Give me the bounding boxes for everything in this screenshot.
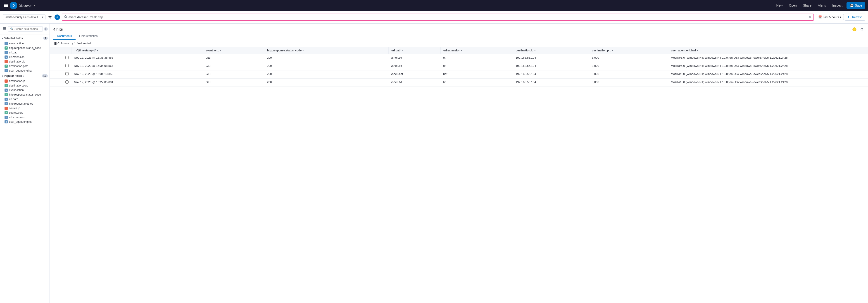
expand-row-button[interactable]: ▶ bbox=[53, 64, 56, 68]
data-table: ↓ @timestamp ⓘ ▾ event.ac... ▾ bbox=[50, 47, 868, 87]
sort-down-icon: ↓ bbox=[74, 49, 75, 52]
row-checkbox[interactable] bbox=[65, 72, 68, 75]
columns-button[interactable]: Columns bbox=[53, 42, 69, 45]
svg-rect-2 bbox=[4, 6, 8, 7]
table-row: ▶ ✏ Nov 12, 2023 @ 16:34:13.359 GET 200 … bbox=[50, 71, 868, 79]
table-row: ▶ ✏ Nov 12, 2023 @ 16:35:08.567 GET 200 … bbox=[50, 62, 868, 71]
content-header: 4 hits 🙂 ⚙ bbox=[50, 24, 868, 32]
list-item[interactable]: i source.ip bbox=[0, 106, 50, 111]
svg-rect-8 bbox=[54, 42, 55, 45]
row-checkbox-cell[interactable] bbox=[63, 79, 71, 87]
chevron-down-icon: ▾ bbox=[2, 37, 3, 39]
sort-info[interactable]: ↑ 1 field sorted bbox=[72, 42, 91, 45]
search-clear-button[interactable]: ✕ bbox=[809, 15, 812, 19]
row-checkbox-cell[interactable] bbox=[63, 62, 71, 71]
popular-fields-section-header[interactable]: ▾ Popular fields ? 10 bbox=[0, 73, 50, 79]
time-picker-button[interactable]: 📅 Last 5 hours ▾ bbox=[816, 14, 844, 20]
chevron-down-icon: ▾ bbox=[2, 75, 3, 77]
app-icon: D bbox=[10, 2, 17, 9]
filter-options-button[interactable] bbox=[47, 15, 53, 20]
list-item[interactable]: # destination.port bbox=[0, 64, 50, 68]
new-button[interactable]: New bbox=[774, 2, 785, 9]
filter-count-badge: 0 bbox=[44, 27, 48, 31]
sidebar-toggle-button[interactable] bbox=[2, 26, 7, 32]
share-button[interactable]: Share bbox=[801, 2, 814, 9]
selected-fields-label: Selected fields bbox=[4, 37, 23, 40]
dest-ip-column-header[interactable]: destination.ip ▾ bbox=[513, 47, 589, 54]
list-item[interactable]: k url.path bbox=[0, 97, 50, 102]
field-name: url.extension bbox=[9, 116, 25, 119]
sidebar-header: 🔍 0 bbox=[0, 24, 50, 34]
row-timestamp: Nov 12, 2023 @ 16:34:13.359 bbox=[71, 71, 203, 79]
list-item[interactable]: k url.extension bbox=[0, 115, 50, 119]
alerts-button[interactable]: Alerts bbox=[815, 2, 828, 9]
row-dest-ip: 192.168.56.104 bbox=[513, 71, 589, 79]
row-status-code: 200 bbox=[264, 79, 389, 87]
user-agent-column-header[interactable]: user_agent.original ▾ bbox=[668, 47, 868, 54]
svg-rect-1 bbox=[4, 5, 8, 6]
list-item[interactable]: # destination.port bbox=[0, 83, 50, 88]
edit-row-button[interactable]: ✏ bbox=[57, 64, 60, 68]
row-checkbox[interactable] bbox=[65, 80, 68, 84]
selected-fields-section-header[interactable]: ▾ Selected fields 7 bbox=[0, 35, 50, 41]
search-input[interactable] bbox=[68, 16, 807, 19]
time-range-value: Last 5 hours bbox=[823, 16, 839, 19]
app-dropdown-button[interactable]: ▾ bbox=[33, 3, 36, 8]
url-extension-column-header[interactable]: url.extension ▾ bbox=[440, 47, 513, 54]
list-item[interactable]: k event.action bbox=[0, 88, 50, 92]
add-filter-button[interactable]: + bbox=[55, 15, 60, 20]
dest-port-column-header[interactable]: destination.p... ▾ bbox=[589, 47, 668, 54]
field-name: destination.ip bbox=[9, 80, 25, 83]
field-search-box: 🔍 bbox=[8, 26, 43, 32]
timestamp-column-header[interactable]: ↓ @timestamp ⓘ ▾ bbox=[71, 47, 203, 54]
status-code-column-header[interactable]: http.response.status_code ▾ bbox=[264, 47, 389, 54]
list-item[interactable]: k user_agent.original bbox=[0, 68, 50, 73]
settings-icon-button[interactable]: ⚙ bbox=[859, 26, 864, 32]
list-item[interactable]: i destination.ip bbox=[0, 79, 50, 83]
edit-row-button[interactable]: ✏ bbox=[57, 72, 60, 77]
list-item[interactable]: k user_agent.original bbox=[0, 119, 50, 124]
list-item[interactable]: # http.response.status_code bbox=[0, 92, 50, 97]
field-search-input[interactable] bbox=[14, 27, 41, 31]
key-icon: k bbox=[4, 55, 8, 59]
expand-row-button[interactable]: ▶ bbox=[53, 72, 56, 77]
open-button[interactable]: Open bbox=[787, 2, 799, 9]
hamburger-menu-button[interactable] bbox=[3, 2, 9, 8]
inspect-button[interactable]: Inspect bbox=[830, 2, 845, 9]
chevron-down-icon: ▾ bbox=[840, 16, 841, 19]
row-event-action: GET bbox=[203, 71, 264, 79]
refresh-button[interactable]: ↻ Refresh bbox=[845, 13, 865, 21]
field-name: http.response.status_code bbox=[9, 93, 41, 96]
popular-fields-badge: 10 bbox=[42, 74, 48, 78]
row-checkbox-cell[interactable] bbox=[63, 54, 71, 62]
list-item[interactable]: k url.extension bbox=[0, 55, 50, 59]
index-pattern-selector[interactable]: .alerts-security.alerts-default,ap... ▾ bbox=[3, 14, 45, 20]
row-status-code: 200 bbox=[264, 62, 389, 71]
popular-fields-label: Popular fields bbox=[4, 74, 22, 78]
expand-row-button[interactable]: ▶ bbox=[53, 56, 56, 60]
tab-documents[interactable]: Documents bbox=[53, 32, 75, 40]
edit-row-button[interactable]: ✏ bbox=[57, 80, 60, 85]
list-item[interactable]: k url.path bbox=[0, 50, 50, 55]
row-checkbox[interactable] bbox=[65, 64, 68, 67]
refresh-icon: ↻ bbox=[848, 15, 850, 19]
row-checkbox-cell[interactable] bbox=[63, 71, 71, 79]
list-item[interactable]: i destination.ip bbox=[0, 59, 50, 64]
list-item[interactable]: k event.action bbox=[0, 41, 50, 46]
list-item[interactable]: # http.response.status_code bbox=[0, 46, 50, 50]
url-path-column-header[interactable]: url.path ▾ bbox=[389, 47, 441, 54]
expand-row-button[interactable]: ▶ bbox=[53, 80, 56, 85]
smiley-icon-button[interactable]: 🙂 bbox=[851, 26, 858, 32]
event-action-column-header[interactable]: event.ac... ▾ bbox=[203, 47, 264, 54]
tab-field-statistics[interactable]: Field statistics bbox=[75, 32, 101, 40]
list-item[interactable]: # source.port bbox=[0, 111, 50, 115]
row-checkbox[interactable] bbox=[65, 56, 68, 59]
row-user-agent: Mozilla/5.0 (Windows NT; Windows NT 10.0… bbox=[668, 62, 868, 71]
row-url-path: /shell.bat bbox=[389, 71, 441, 79]
list-item[interactable]: k http.request.method bbox=[0, 102, 50, 106]
edit-row-button[interactable]: ✏ bbox=[57, 56, 60, 60]
number-icon: # bbox=[4, 93, 8, 96]
save-button[interactable]: 💾 Save bbox=[846, 2, 865, 9]
row-event-action: GET bbox=[203, 54, 264, 62]
key-icon: k bbox=[4, 102, 8, 105]
